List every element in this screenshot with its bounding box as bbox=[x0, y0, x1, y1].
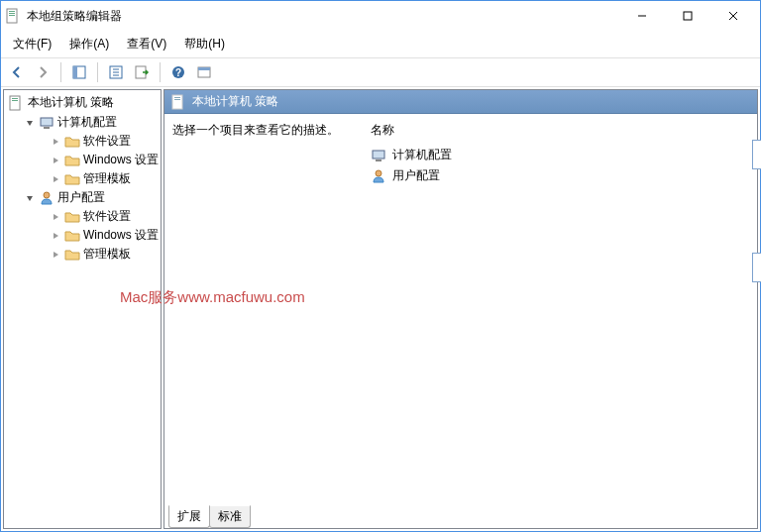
tree-node-label: 软件设置 bbox=[83, 133, 131, 150]
tree-node-label: Windows 设置 bbox=[83, 227, 159, 244]
folder-icon bbox=[64, 247, 80, 263]
menu-help[interactable]: 帮助(H) bbox=[176, 33, 233, 55]
svg-rect-20 bbox=[12, 98, 18, 99]
close-button[interactable] bbox=[710, 2, 756, 30]
expand-icon[interactable] bbox=[50, 211, 61, 223]
collapse-icon[interactable] bbox=[24, 117, 36, 129]
tree-node-label: 用户配置 bbox=[57, 189, 105, 206]
svg-rect-26 bbox=[174, 97, 180, 98]
expand-icon[interactable] bbox=[50, 249, 61, 261]
folder-icon bbox=[64, 134, 80, 150]
svg-rect-29 bbox=[376, 160, 381, 161]
minimize-button[interactable] bbox=[619, 2, 665, 30]
show-hide-tree-button[interactable] bbox=[67, 60, 91, 84]
tree-node-label: Windows 设置 bbox=[83, 152, 159, 168]
svg-rect-28 bbox=[373, 151, 384, 159]
forward-button[interactable] bbox=[31, 60, 54, 84]
tree-node-windows-settings[interactable]: Windows 设置 bbox=[6, 151, 159, 169]
tree-node-admin-templates[interactable]: 管理模板 bbox=[6, 169, 159, 188]
svg-point-30 bbox=[376, 170, 381, 176]
tree-node-windows-settings[interactable]: Windows 设置 bbox=[6, 226, 159, 245]
details-body: 选择一个项目来查看它的描述。 名称 计算机配置 用户配置 bbox=[164, 114, 757, 528]
svg-rect-9 bbox=[73, 66, 77, 78]
back-button[interactable] bbox=[5, 60, 29, 84]
details-header: 本地计算机 策略 bbox=[164, 90, 757, 114]
column-header-name[interactable]: 名称 bbox=[371, 122, 749, 145]
tree-pane[interactable]: 本地计算机 策略 计算机配置 软件设置 Windows 设置 管理模板 bbox=[3, 89, 162, 529]
svg-rect-22 bbox=[41, 118, 53, 126]
svg-rect-27 bbox=[174, 99, 180, 100]
help-button[interactable]: ? bbox=[166, 60, 190, 84]
user-icon bbox=[39, 190, 54, 206]
properties-button[interactable] bbox=[104, 60, 128, 84]
collapse-icon[interactable] bbox=[24, 192, 36, 204]
tree-node-label: 计算机配置 bbox=[57, 114, 117, 131]
app-window: 本地组策略编辑器 文件(F) 操作(A) 查看(V) 帮助(H) bbox=[0, 0, 761, 532]
policy-icon bbox=[8, 95, 24, 111]
filter-button[interactable] bbox=[192, 60, 216, 84]
svg-rect-3 bbox=[9, 15, 15, 16]
svg-point-24 bbox=[44, 192, 50, 198]
side-indicator bbox=[752, 253, 761, 282]
policy-icon bbox=[170, 94, 186, 110]
svg-rect-23 bbox=[44, 127, 50, 129]
list-item-label: 用户配置 bbox=[392, 167, 440, 184]
app-icon bbox=[5, 8, 21, 24]
tree-root-label: 本地计算机 策略 bbox=[28, 94, 114, 111]
svg-rect-5 bbox=[684, 12, 692, 20]
menu-file[interactable]: 文件(F) bbox=[5, 33, 59, 55]
details-pane: 本地计算机 策略 选择一个项目来查看它的描述。 名称 计算机配置 用户配置 bbox=[163, 89, 758, 529]
expand-icon[interactable] bbox=[50, 173, 61, 185]
tree-node-software-settings[interactable]: 软件设置 bbox=[6, 132, 159, 151]
computer-icon bbox=[39, 115, 54, 131]
tree-node-user-config[interactable]: 用户配置 bbox=[6, 188, 159, 207]
menubar: 文件(F) 操作(A) 查看(V) 帮助(H) bbox=[1, 31, 760, 57]
window-title: 本地组策略编辑器 bbox=[27, 8, 619, 25]
menu-view[interactable]: 查看(V) bbox=[119, 33, 174, 55]
window-controls bbox=[619, 2, 756, 30]
svg-rect-2 bbox=[9, 13, 15, 14]
list-item-user-config[interactable]: 用户配置 bbox=[371, 165, 749, 186]
svg-text:?: ? bbox=[175, 67, 181, 78]
tree-node-label: 管理模板 bbox=[83, 246, 131, 263]
svg-rect-1 bbox=[9, 11, 15, 12]
tree-node-software-settings[interactable]: 软件设置 bbox=[6, 207, 159, 226]
tree-node-label: 管理模板 bbox=[83, 170, 131, 187]
content-body: 本地计算机 策略 计算机配置 软件设置 Windows 设置 管理模板 bbox=[1, 87, 760, 531]
side-indicator bbox=[752, 140, 761, 169]
svg-rect-21 bbox=[12, 100, 18, 101]
toolbar: ? bbox=[1, 57, 760, 87]
tab-strip: 扩展 标准 bbox=[164, 505, 250, 528]
toolbar-separator bbox=[160, 62, 161, 82]
menu-action[interactable]: 操作(A) bbox=[61, 33, 117, 55]
titlebar: 本地组策略编辑器 bbox=[1, 1, 760, 31]
svg-rect-18 bbox=[198, 67, 210, 70]
list-item-label: 计算机配置 bbox=[392, 147, 452, 163]
tab-standard[interactable]: 标准 bbox=[209, 505, 251, 528]
list-item-computer-config[interactable]: 计算机配置 bbox=[371, 145, 749, 165]
tree-node-label: 软件设置 bbox=[83, 208, 131, 225]
user-icon bbox=[371, 168, 386, 184]
tab-extended[interactable]: 扩展 bbox=[168, 505, 210, 528]
expand-icon[interactable] bbox=[50, 155, 61, 166]
maximize-button[interactable] bbox=[665, 2, 710, 30]
computer-icon bbox=[371, 148, 386, 163]
description-text: 选择一个项目来查看它的描述。 bbox=[172, 122, 351, 139]
list-pane: 名称 计算机配置 用户配置 bbox=[371, 122, 749, 520]
tree-root[interactable]: 本地计算机 策略 bbox=[6, 92, 159, 113]
expand-icon[interactable] bbox=[50, 136, 61, 148]
export-button[interactable] bbox=[130, 60, 154, 84]
folder-icon bbox=[64, 209, 80, 225]
folder-icon bbox=[64, 171, 80, 187]
toolbar-separator bbox=[97, 62, 98, 82]
details-header-title: 本地计算机 策略 bbox=[192, 93, 278, 110]
folder-icon bbox=[64, 153, 80, 168]
tree-node-computer-config[interactable]: 计算机配置 bbox=[6, 113, 159, 132]
description-pane: 选择一个项目来查看它的描述。 bbox=[172, 122, 351, 520]
expand-icon[interactable] bbox=[50, 230, 61, 242]
folder-icon bbox=[64, 228, 80, 244]
toolbar-separator bbox=[60, 62, 61, 82]
tree-node-admin-templates[interactable]: 管理模板 bbox=[6, 245, 159, 264]
